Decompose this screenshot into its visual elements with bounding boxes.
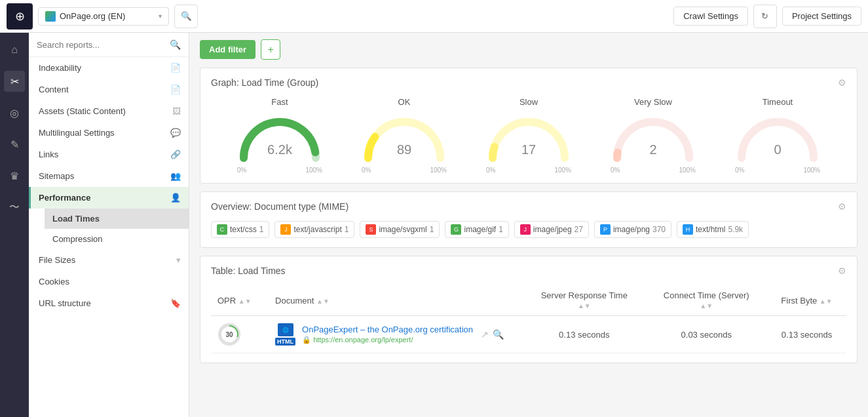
add-filter-button[interactable]: Add filter <box>200 40 255 59</box>
gauge-pct-row: 0% 100% <box>362 167 447 174</box>
topbar: ⊕ OnPage.org (EN) ▾ 🔍 Crawl Settings ↻ P… <box>0 0 868 33</box>
nav-crown-icon[interactable]: ♛ <box>4 165 25 186</box>
table-card: Table: Load Times ⚙ OPR ▲▼ Document ▲▼ S… <box>200 256 858 363</box>
gauge-value: 2 <box>649 142 656 157</box>
gauge-value: 6.2k <box>267 142 292 157</box>
table-row: 30 🌐 HTML OnPageExpert – the OnPage.org … <box>211 316 846 353</box>
mime-count: 1 <box>259 225 264 234</box>
gear-icon[interactable]: ⚙ <box>838 266 846 276</box>
mime-icon: H <box>683 224 693 235</box>
refresh-icon: ↻ <box>761 11 768 21</box>
col-first-byte[interactable]: First Byte ▲▼ <box>767 285 846 316</box>
doc-info: OnPageExpert – the OnPage.org certificat… <box>302 325 473 344</box>
mime-tag[interactable]: C text/css 1 <box>211 221 269 238</box>
col-opr[interactable]: OPR ▲▼ <box>211 285 269 316</box>
mime-tag[interactable]: P image/png 370 <box>594 221 671 238</box>
image-icon: 🖼 <box>172 106 181 116</box>
mime-icon: C <box>217 224 227 235</box>
gauge-pct-row: 0% 100% <box>237 167 322 174</box>
sidebar-item-assets[interactable]: Assets (Static Content) 🖼 <box>29 100 189 122</box>
app-logo: ⊕ <box>7 3 33 30</box>
nav-pulse-icon[interactable]: 〜 <box>4 197 25 218</box>
gear-icon[interactable]: ⚙ <box>838 201 846 212</box>
add-filter-plus-button[interactable]: + <box>261 39 280 60</box>
mime-icon: P <box>600 224 611 235</box>
nav-target-icon[interactable]: ◎ <box>4 102 25 123</box>
mime-tag[interactable]: S image/svgxml 1 <box>360 221 440 238</box>
opr-circle: 30 <box>218 323 240 346</box>
graph-card: Graph: Load Time (Group) ⚙ Fast 6.2k 0% … <box>200 68 858 184</box>
sidebar-item-multilingual[interactable]: Multilingual Settings 💬 <box>29 122 189 144</box>
sidebar: 🔍 Indexability 📄 Content 📄 Assets (Stati… <box>29 33 189 417</box>
gauge-pct-row: 0% 100% <box>611 167 696 174</box>
mime-tag[interactable]: H text/html 5.9k <box>677 221 749 238</box>
gear-icon[interactable]: ⚙ <box>838 77 846 88</box>
chat-icon: 💬 <box>170 128 181 138</box>
nav-home-icon[interactable]: ⌂ <box>4 39 25 60</box>
sidebar-item-compression[interactable]: Compression <box>45 229 189 249</box>
mime-label: image/svgxml <box>379 225 426 234</box>
html-type-icon: 🌐 <box>282 327 289 333</box>
document-icon: 📄 <box>170 85 181 94</box>
sidebar-item-cookies[interactable]: Cookies <box>29 271 189 292</box>
external-link-icon[interactable]: ↗ <box>481 329 489 340</box>
mime-count: 1 <box>499 225 503 234</box>
mime-icon: S <box>366 224 376 235</box>
mime-label: image/png <box>613 225 650 234</box>
sidebar-item-indexability[interactable]: Indexability 📄 <box>29 57 189 79</box>
nav-tools-icon[interactable]: ✂ <box>4 71 25 92</box>
doc-title-link[interactable]: OnPageExpert – the OnPage.org certificat… <box>302 325 473 334</box>
table-card-title: Table: Load Times ⚙ <box>211 266 846 276</box>
site-selector[interactable]: OnPage.org (EN) ▾ <box>38 7 169 26</box>
search-button[interactable]: 🔍 <box>174 5 198 28</box>
sidebar-item-load-times[interactable]: Load Times <box>45 208 189 229</box>
mime-icon: G <box>451 224 461 235</box>
sidebar-item-sitemaps[interactable]: Sitemaps 👥 <box>29 165 189 187</box>
nav-edit-icon[interactable]: ✎ <box>4 134 25 155</box>
opr-circle-container: 30 <box>217 323 241 346</box>
search-icon: 🔍 <box>181 11 192 21</box>
sidebar-item-url-structure[interactable]: URL structure 🔖 <box>29 292 189 314</box>
sidebar-item-file-sizes[interactable]: File Sizes ▾ <box>29 249 189 271</box>
sidebar-item-performance[interactable]: Performance 👤 <box>29 187 189 208</box>
gauge-item: OK 89 0% 100% <box>342 97 466 174</box>
sidebar-item-content[interactable]: Content 📄 <box>29 79 189 100</box>
content-area: Add filter + Graph: Load Time (Group) ⚙ … <box>189 33 868 417</box>
mime-tag[interactable]: J image/jpeg 27 <box>514 221 589 238</box>
project-settings-button[interactable]: Project Settings <box>782 7 861 26</box>
search-icon[interactable]: 🔍 <box>170 39 181 50</box>
load-times-table: OPR ▲▼ Document ▲▼ Server Response Time … <box>211 285 846 353</box>
search-input[interactable] <box>37 40 166 50</box>
col-server-response[interactable]: Server Response Time ▲▼ <box>523 285 645 316</box>
site-name: OnPage.org (EN) <box>60 11 155 21</box>
col-connect-time[interactable]: Connect Time (Server) ▲▼ <box>645 285 767 316</box>
mime-icon: J <box>280 224 291 235</box>
mime-tag[interactable]: J text/javascript 1 <box>274 221 354 238</box>
cell-opr: 30 <box>211 316 269 353</box>
mime-label: image/gif <box>464 225 496 234</box>
table-header-row: OPR ▲▼ Document ▲▼ Server Response Time … <box>211 285 846 316</box>
gauge-label: Very Slow <box>634 97 672 107</box>
document-icon: 📄 <box>170 63 181 73</box>
filter-bar: Add filter + <box>200 39 858 60</box>
doc-url-link[interactable]: 🔒 https://en.onpage.org/lp/expert/ <box>302 336 413 344</box>
col-document[interactable]: Document ▲▼ <box>269 285 523 316</box>
opr-value: 30 <box>221 327 237 342</box>
left-nav: ⌂ ✂ ◎ ✎ ♛ 〜 <box>0 33 29 417</box>
chevron-down-icon: ▾ <box>176 255 181 265</box>
search-doc-icon[interactable]: 🔍 <box>493 329 504 340</box>
crawl-settings-button[interactable]: Crawl Settings <box>673 7 748 26</box>
refresh-button[interactable]: ↻ <box>753 5 777 28</box>
mime-tag[interactable]: G image/gif 1 <box>445 221 508 238</box>
gauge-value: 17 <box>521 142 536 157</box>
doc-actions: ↗ 🔍 <box>481 329 504 340</box>
gauges-row: Fast 6.2k 0% 100% OK 89 0% 100% Slow <box>211 97 846 174</box>
gauge-label: Slow <box>519 97 538 107</box>
sidebar-item-links[interactable]: Links 🔗 <box>29 144 189 165</box>
gauge-value: 0 <box>774 142 781 157</box>
gauge-container: 6.2k <box>237 113 322 163</box>
html-badge: HTML <box>275 338 295 346</box>
cell-document: 🌐 HTML OnPageExpert – the OnPage.org cer… <box>269 316 523 353</box>
mime-count: 1 <box>430 225 434 234</box>
cell-server-response: 0.13 seconds <box>523 316 645 353</box>
